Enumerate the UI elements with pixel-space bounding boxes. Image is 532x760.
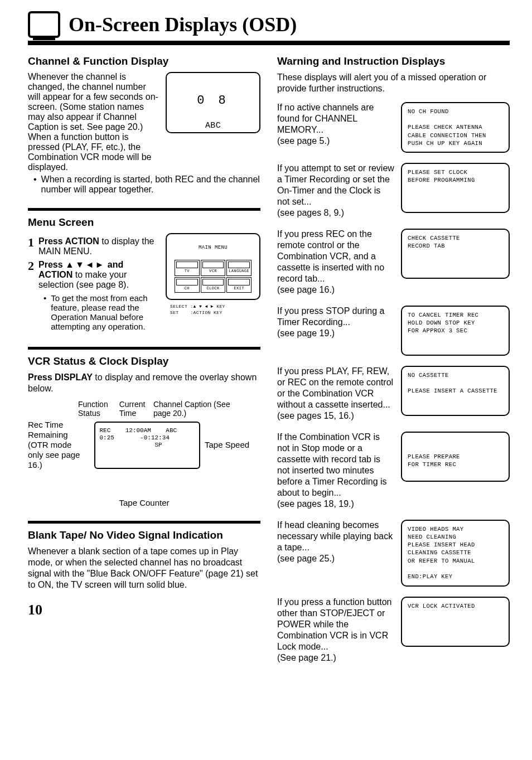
menu-item-vcr-label: VCR	[209, 269, 217, 273]
blank-heading: Blank Tape/ No Video Signal Indication	[28, 529, 260, 541]
menu-osd-title: MAIN MENU	[170, 244, 256, 251]
menu-steps-row: 1 Press ACTION to display the MAIN MENU.…	[28, 233, 260, 333]
right-column: Warning and Instruction Displays These d…	[277, 55, 510, 674]
menu-step-1: 1 Press ACTION to display the MAIN MENU.	[28, 236, 159, 256]
page-title: On-Screen Displays (OSD)	[69, 13, 297, 36]
step2-arrows: ▲▼◄►	[65, 260, 105, 269]
warning-osd: CHECK CASSETTE RECORD TAB	[401, 229, 510, 279]
step2-press: Press	[38, 260, 65, 269]
menu-heading: Menu Screen	[28, 216, 260, 229]
warning-osd: TO CANCEL TIMER REC HOLD DOWN STOP KEY F…	[401, 306, 510, 356]
menu-steps: 1 Press ACTION to display the MAIN MENU.…	[28, 233, 159, 333]
warning-osd: NO CH FOUND PLEASE CHECK ANTENNA CABLE C…	[401, 102, 510, 153]
label-channel-caption: Channel Caption (See page 20.)	[153, 400, 238, 418]
tv-icon	[28, 11, 60, 38]
menu-osd-footer: SELECT :▲ ▼ ◄ ► KEY SET :ACTION KEY	[170, 304, 256, 316]
channel-bullet-text: When a recording is started, both REC an…	[41, 175, 260, 195]
step2-and: and	[105, 260, 123, 269]
channel-para-text: Whenever the channel is changed, the cha…	[28, 72, 158, 172]
vcr-diagram-row: Rec Time Remaining (OTR mode only see pa…	[28, 420, 260, 470]
vcr-intro-press: Press	[28, 372, 55, 382]
warning-row: If the Combination VCR is not in Stop mo…	[277, 432, 510, 510]
label-tape-counter: Tape Counter	[28, 498, 260, 507]
menu-subbullet: To get the most from each feature, pleas…	[43, 293, 159, 331]
vcr-diagram-wrap: Function Status Current Time Channel Cap…	[28, 400, 260, 507]
label-rec-time: Rec Time Remaining (OTR mode only see pa…	[28, 420, 89, 470]
warning-text: If the Combination VCR is not in Stop mo…	[277, 432, 394, 510]
page-number: 10	[28, 602, 260, 618]
menu-item-language-label: LANGUAGE	[229, 269, 249, 273]
menu-item-ch-label: CH	[185, 286, 190, 291]
rule-2	[28, 347, 260, 350]
warning-osd: PLEASE PREPARE FOR TIMER REC	[401, 432, 510, 482]
warning-text: If you press PLAY, FF, REW, or REC on th…	[277, 366, 394, 422]
warning-text: If no active channels are found for CHAN…	[277, 102, 394, 147]
channel-osd-num: 0 8	[172, 93, 254, 109]
warning-osd: NO CASSETTE PLEASE INSERT A CASSETTE	[401, 366, 510, 416]
warning-list: If no active channels are found for CHAN…	[277, 102, 510, 664]
channel-bullet: When a recording is started, both REC an…	[33, 175, 260, 195]
warning-row: If you press REC on the remote control o…	[277, 229, 510, 296]
step-num-1: 1	[28, 236, 34, 256]
warning-text: If you attempt to set or review a Timer …	[277, 163, 394, 219]
channel-para: Whenever the channel is changed, the cha…	[28, 72, 159, 172]
step-1-text: Press ACTION to display the MAIN MENU.	[38, 236, 159, 256]
warning-row: If you attempt to set or review a Timer …	[277, 163, 510, 219]
warning-row: If you press STOP during a Timer Recordi…	[277, 306, 510, 356]
left-column: Channel & Function Display Whenever the …	[28, 55, 260, 674]
warning-heading: Warning and Instruction Displays	[277, 55, 510, 67]
rule-3	[28, 521, 260, 524]
menu-step-2: 2 Press ▲▼◄► and ACTION to make your sel…	[28, 260, 159, 290]
step-num-2: 2	[28, 260, 34, 290]
menu-item-exit-label: EXIT	[234, 286, 244, 291]
warning-intro: These displays will alert you of a misse…	[277, 72, 510, 94]
blank-para: Whenever a blank section of a tape comes…	[28, 546, 260, 590]
warning-osd: VCR LOCK ACTIVATED	[401, 597, 510, 647]
channel-osd: 0 8 ABC	[166, 72, 260, 133]
title-rule	[28, 41, 510, 45]
channel-heading: Channel & Function Display	[28, 55, 260, 67]
rule-1	[28, 208, 260, 211]
menu-item-clock: CLOCK	[201, 277, 226, 293]
main-columns: Channel & Function Display Whenever the …	[28, 55, 510, 674]
menu-item-language: LANGUAGE	[226, 260, 252, 275]
menu-item-clock-label: CLOCK	[206, 286, 219, 291]
warning-text: If you press STOP during a Timer Recordi…	[277, 306, 394, 339]
channel-intro-row: Whenever the channel is changed, the cha…	[28, 72, 260, 172]
vcr-heading: VCR Status & Clock Display	[28, 355, 260, 367]
warning-row: If you press a function button other tha…	[277, 597, 510, 664]
menu-item-ch: CH	[175, 277, 200, 293]
menu-item-tv-label: TV	[185, 269, 190, 273]
warning-osd: VIDEO HEADS MAY NEED CLEANING PLEASE INS…	[401, 520, 510, 587]
step2-action: ACTION	[38, 270, 72, 279]
vcr-intro-display: DISPLAY	[55, 372, 93, 382]
warning-text: If you press REC on the remote control o…	[277, 229, 394, 296]
step-2-text: Press ▲▼◄► and ACTION to make your selec…	[38, 260, 159, 290]
channel-osd-name: ABC	[172, 120, 254, 132]
menu-item-exit: EXIT	[226, 277, 252, 293]
label-tape-speed: Tape Speed	[205, 440, 260, 450]
menu-item-vcr: VCR	[201, 260, 226, 275]
warning-text: If you press a function button other tha…	[277, 597, 394, 664]
menu-osd: MAIN MENU TV VCR LANGUAGE CH CLOCK EXIT …	[166, 233, 260, 300]
menu-osd-grid: TV VCR LANGUAGE CH CLOCK EXIT	[175, 260, 252, 293]
vcr-osd: REC 12:00AM ABC 0:25 -0:12:34 SP	[94, 422, 200, 469]
warning-row: If no active channels are found for CHAN…	[277, 102, 510, 153]
warning-text: If head cleaning becomes necessary while…	[277, 520, 394, 564]
step1-press: Press	[38, 236, 65, 246]
menu-subbullet-text: To get the most from each feature, pleas…	[51, 293, 159, 331]
menu-item-tv: TV	[175, 260, 200, 275]
page-header: On-Screen Displays (OSD)	[28, 11, 510, 38]
vcr-diagram-top-labels: Function Status Current Time Channel Cap…	[28, 400, 260, 418]
label-current-time: Current Time	[119, 400, 153, 418]
vcr-intro: Press DISPLAY to display and remove the …	[28, 372, 260, 394]
warning-osd: PLEASE SET CLOCK BEFORE PROGRAMMING	[401, 163, 510, 213]
step1-action: ACTION	[65, 236, 99, 246]
warning-row: If head cleaning becomes necessary while…	[277, 520, 510, 587]
label-function-status: Function Status	[78, 400, 119, 418]
warning-row: If you press PLAY, FF, REW, or REC on th…	[277, 366, 510, 422]
